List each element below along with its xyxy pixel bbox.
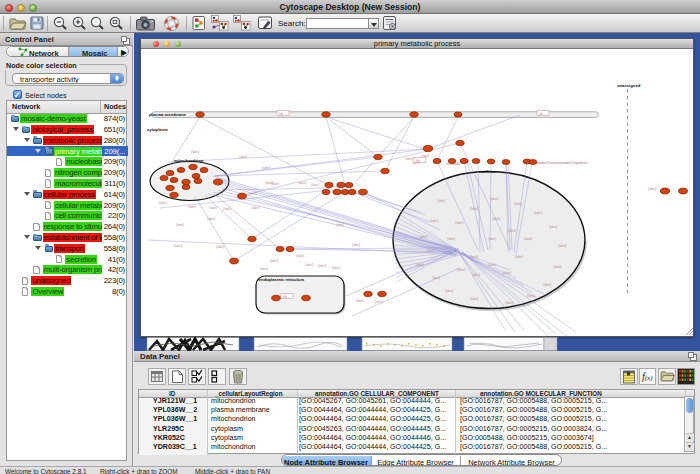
svg-text:cytoplasm: cytoplasm: [147, 127, 168, 132]
svg-text:mitochondrion: mitochondrion: [174, 158, 204, 163]
svg-text:(label): (label): [470, 297, 478, 301]
svg-text:lab: lab: [279, 112, 283, 116]
svg-text:(label): (label): [457, 268, 465, 272]
svg-text:(label): (label): [270, 259, 278, 263]
svg-text:(label): (label): [336, 223, 344, 227]
svg-text:(label): (label): [515, 255, 523, 259]
svg-text:(label): (label): [437, 199, 445, 203]
svg-text:(label): (label): [352, 243, 360, 247]
svg-text:(label): (label): [455, 221, 463, 225]
svg-text:(label): (label): [239, 155, 247, 159]
svg-text:(label): (label): [447, 237, 455, 241]
svg-text:(label): (label): [514, 202, 522, 206]
svg-text:(label): (label): [271, 182, 279, 186]
svg-text:(label): (label): [416, 263, 424, 267]
svg-text:(label): (label): [426, 249, 434, 253]
svg-text:(label): (label): [445, 289, 453, 293]
svg-text:annotation.GO.component.annota: annotation.GO.component.annotation.GO.or…: [536, 161, 589, 165]
svg-text:(label): (label): [488, 263, 496, 267]
svg-text:(label): (label): [159, 201, 167, 205]
svg-text:(label): (label): [534, 211, 542, 215]
svg-text:(label): (label): [223, 207, 231, 211]
svg-text:(label): (label): [472, 273, 480, 277]
svg-text:(label): (label): [549, 225, 557, 229]
svg-text:lab: lab: [416, 159, 420, 163]
svg-text:lab: lab: [539, 112, 543, 116]
svg-text:(label): (label): [432, 276, 440, 280]
svg-text:(label): (label): [527, 294, 535, 298]
svg-text:(label): (label): [251, 206, 259, 210]
svg-text:(label): (label): [553, 265, 561, 269]
svg-text:plasma membrane: plasma membrane: [149, 112, 186, 117]
svg-text:(label): (label): [508, 229, 516, 233]
svg-text:(label): (label): [503, 271, 511, 275]
svg-text:(label): (label): [558, 244, 566, 248]
svg-text:(label): (label): [470, 207, 478, 211]
svg-text:(label): (label): [296, 254, 304, 258]
svg-text:(label): (label): [492, 217, 500, 221]
svg-text:(label): (label): [216, 245, 224, 249]
svg-text:(label): (label): [188, 205, 196, 209]
svg-text:(label): (label): [505, 301, 513, 305]
svg-text:nucleus: nucleus: [479, 169, 495, 174]
svg-text:(label): (label): [356, 299, 364, 303]
svg-text:endoplasmic reticulum: endoplasmic reticulum: [259, 277, 305, 282]
svg-text:(label): (label): [174, 244, 182, 248]
svg-text:(label): (label): [305, 263, 313, 267]
svg-text:(label): (label): [209, 206, 217, 210]
svg-text:(label): (label): [470, 255, 478, 259]
svg-text:(label): (label): [248, 192, 256, 196]
svg-text:(label): (label): [298, 181, 306, 185]
svg-text:(label): (label): [648, 187, 656, 191]
svg-text:(label): (label): [543, 283, 551, 287]
svg-text:(label): (label): [490, 197, 498, 201]
svg-text:(label): (label): [262, 166, 270, 170]
svg-text:(label): (label): [207, 217, 215, 221]
svg-text:(label): (label): [488, 237, 496, 241]
svg-text:(label): (label): [430, 219, 438, 223]
svg-text:(label): (label): [419, 235, 427, 239]
svg-text:lab: lab: [283, 295, 287, 299]
svg-text:(label): (label): [191, 150, 199, 154]
svg-text:(label): (label): [176, 223, 184, 227]
svg-text:(label): (label): [260, 267, 268, 271]
svg-text:(label): (label): [332, 266, 340, 270]
svg-text:unassigned: unassigned: [617, 83, 641, 88]
svg-text:(label): (label): [311, 183, 319, 187]
svg-text:(label): (label): [318, 264, 326, 268]
svg-text:(label): (label): [524, 237, 532, 241]
svg-text:(label): (label): [375, 300, 383, 304]
